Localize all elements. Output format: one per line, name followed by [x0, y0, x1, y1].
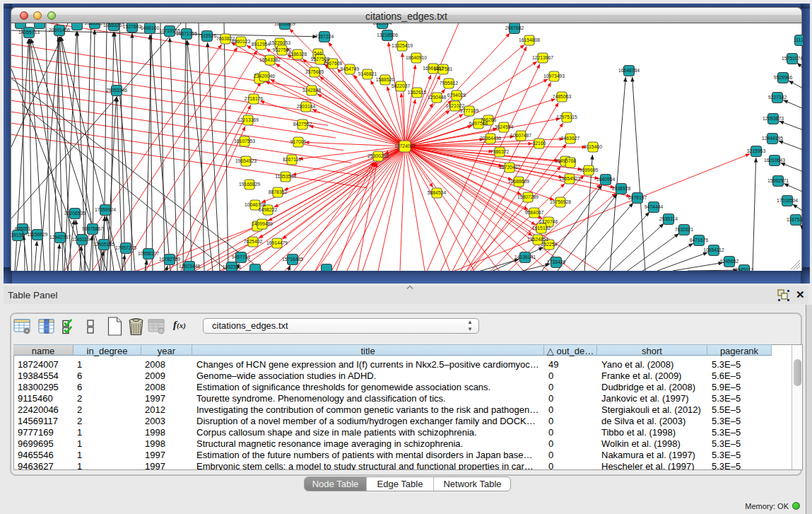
- svg-text:1588520: 1588520: [376, 77, 395, 82]
- svg-text:2803144: 2803144: [297, 104, 316, 109]
- svg-text:1615132: 1615132: [532, 226, 551, 230]
- svg-text:15226053: 15226053: [269, 40, 290, 45]
- svg-text:15807289: 15807289: [517, 194, 539, 199]
- svg-text:15751074: 15751074: [782, 56, 803, 61]
- svg-text:19654923: 19654923: [235, 158, 257, 163]
- svg-text:3215953: 3215953: [747, 148, 766, 153]
- svg-text:15720407: 15720407: [499, 165, 520, 170]
- svg-text:8938928: 8938928: [612, 186, 631, 191]
- svg-text:6497568: 6497568: [469, 121, 488, 126]
- svg-text:1733426: 1733426: [547, 259, 566, 264]
- svg-text:14099489: 14099489: [252, 221, 273, 226]
- svg-text:3375685: 3375685: [305, 69, 324, 74]
- svg-text:29053346: 29053346: [106, 88, 127, 93]
- svg-text:7955812: 7955812: [440, 81, 459, 86]
- svg-text:15495768: 15495768: [555, 158, 576, 163]
- svg-text:5884534: 5884534: [428, 190, 447, 195]
- svg-text:16543382: 16543382: [259, 57, 281, 62]
- svg-text:14055713: 14055713: [18, 30, 40, 35]
- svg-text:12942737: 12942737: [49, 235, 71, 240]
- svg-text:25300295: 25300295: [367, 153, 389, 158]
- svg-text:2945012: 2945012: [735, 267, 754, 271]
- svg-text:8912954: 8912954: [252, 42, 271, 47]
- svg-text:1362615: 1362615: [408, 90, 427, 95]
- svg-text:1092356: 1092356: [223, 264, 242, 269]
- svg-text:13524851: 13524851: [527, 237, 548, 242]
- svg-text:16914479: 16914479: [266, 240, 288, 245]
- svg-text:17957275: 17957275: [115, 245, 136, 250]
- svg-text:9084067: 9084067: [525, 210, 544, 215]
- svg-text:16210643: 16210643: [764, 158, 785, 163]
- svg-text:16782759: 16782759: [159, 257, 180, 262]
- svg-text:11123: 11123: [794, 37, 803, 42]
- svg-text:20364436: 20364436: [480, 136, 501, 141]
- svg-text:16154808: 16154808: [519, 37, 540, 42]
- svg-text:20691406: 20691406: [49, 28, 70, 33]
- svg-text:9417581: 9417581: [434, 66, 453, 71]
- svg-text:19756928: 19756928: [550, 199, 571, 204]
- svg-text:3624554: 3624554: [495, 124, 514, 129]
- svg-text:10958107: 10958107: [138, 251, 159, 256]
- svg-text:835051: 835051: [15, 226, 31, 231]
- svg-text:6466160: 6466160: [141, 25, 160, 30]
- svg-text:546: 546: [314, 51, 322, 56]
- svg-text:1640954: 1640954: [596, 177, 616, 182]
- svg-text:252254: 252254: [541, 242, 558, 247]
- svg-text:13218506: 13218506: [377, 33, 398, 37]
- svg-text:62160: 62160: [533, 141, 546, 146]
- svg-text:6498222: 6498222: [259, 207, 278, 212]
- svg-text:99975867: 99975867: [82, 226, 103, 231]
- svg-text:9699695: 9699695: [579, 168, 599, 173]
- svg-text:19654923: 19654923: [559, 176, 580, 181]
- svg-text:12905135: 12905135: [93, 242, 114, 247]
- svg-text:1290448: 1290448: [428, 95, 447, 100]
- svg-text:2087682: 2087682: [505, 25, 524, 30]
- svg-text:7357224: 7357224: [315, 34, 334, 39]
- svg-text:12213369: 12213369: [237, 117, 259, 122]
- svg-text:39159: 39159: [11, 233, 25, 238]
- svg-text:12923448: 12923448: [179, 264, 200, 269]
- svg-text:9146821: 9146821: [358, 71, 377, 76]
- svg-text:10607487: 10607487: [510, 133, 531, 138]
- svg-text:8427552: 8427552: [293, 122, 312, 127]
- svg-text:8267110: 8267110: [283, 157, 301, 162]
- svg-text:9777169: 9777169: [460, 108, 479, 113]
- svg-text:17359924: 17359924: [95, 207, 116, 212]
- svg-text:9529966: 9529966: [774, 75, 793, 80]
- svg-text:917006: 917006: [290, 139, 307, 144]
- svg-text:12975115: 12975115: [556, 115, 577, 119]
- svg-text:9474444: 9474444: [645, 204, 664, 209]
- svg-text:11156829: 11156829: [27, 232, 47, 237]
- svg-text:2935114: 2935114: [659, 216, 678, 221]
- svg-text:7632621: 7632621: [675, 227, 694, 232]
- svg-text:8454749: 8454749: [341, 66, 360, 71]
- svg-text:10553257: 10553257: [103, 23, 124, 28]
- svg-text:9457791: 9457791: [232, 255, 251, 259]
- svg-text:17016504: 17016504: [777, 198, 798, 203]
- svg-text:9115460: 9115460: [584, 144, 602, 149]
- svg-text:9463627: 9463627: [561, 136, 580, 141]
- svg-text:11451194: 11451194: [71, 237, 92, 242]
- svg-text:12213967: 12213967: [532, 55, 553, 60]
- svg-text:7986372: 7986372: [490, 149, 510, 154]
- svg-text:23420046: 23420046: [254, 74, 275, 78]
- svg-text:12444195: 12444195: [762, 136, 783, 141]
- svg-text:15716485: 15716485: [282, 257, 303, 262]
- svg-text:7515526: 7515526: [198, 33, 217, 38]
- svg-text:7625402: 7625402: [244, 239, 263, 244]
- svg-text:15692971: 15692971: [767, 178, 789, 183]
- svg-text:6120746: 6120746: [539, 219, 558, 224]
- svg-text:1167533: 1167533: [787, 217, 803, 222]
- svg-text:18640910: 18640910: [406, 55, 427, 60]
- svg-text:13325419: 13325419: [392, 43, 413, 48]
- svg-text:8878352: 8878352: [269, 189, 288, 194]
- svg-text:11353594: 11353594: [275, 174, 296, 179]
- svg-text:20206535: 20206535: [64, 211, 86, 216]
- svg-text:1621022: 1621022: [446, 103, 465, 108]
- svg-text:16033809: 16033809: [274, 23, 295, 26]
- svg-text:10973493: 10973493: [543, 74, 565, 78]
- svg-text:2718176: 2718176: [245, 96, 264, 101]
- svg-text:6879197: 6879197: [628, 195, 647, 200]
- svg-text:10688609: 10688609: [508, 179, 529, 184]
- svg-text:5822037: 5822037: [392, 83, 411, 88]
